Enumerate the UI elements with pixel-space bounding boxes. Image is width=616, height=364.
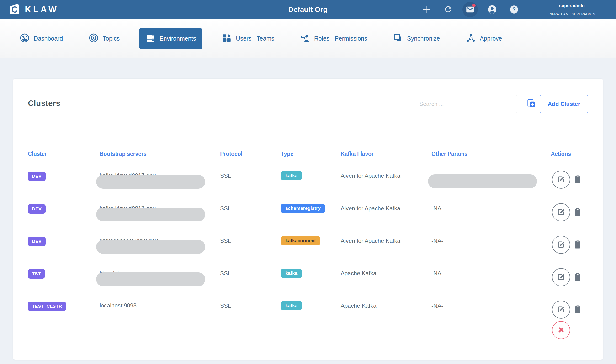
search-input[interactable]: [413, 95, 517, 113]
svg-text:?: ?: [512, 6, 516, 13]
cluster-type-badge: kafka: [281, 301, 302, 310]
tab-environments[interactable]: Environments: [139, 28, 202, 49]
edit-cluster-button[interactable]: [552, 236, 570, 254]
username: superadmin: [535, 3, 609, 8]
clusters-table-body: DEV kafka-klaw-d0017-dev sandbox.aivencl…: [28, 164, 588, 343]
copy-cluster-button[interactable]: [573, 239, 583, 250]
bootstrap-servers-cell: klaw-tst sandbox.internal:9092: [100, 268, 220, 288]
edit-cluster-button[interactable]: [552, 170, 570, 189]
brand-name: KLAW: [25, 4, 59, 14]
cluster-badge: DEV: [28, 237, 46, 246]
refresh-icon[interactable]: [443, 4, 454, 15]
kafka-flavor-value: Aiven for Apache Kafka: [341, 236, 431, 244]
cluster-badge: TST: [28, 269, 45, 279]
other-params-cell: -NA-: [431, 236, 551, 244]
tab-label: Roles - Permissions: [314, 35, 367, 42]
top-navbar: C KLAW Default Org: [0, 0, 616, 19]
redaction-blob: [96, 208, 205, 221]
cluster-badge: DEV: [28, 171, 46, 181]
tab-roles-permissions[interactable]: Roles - Permissions: [294, 28, 373, 49]
table-row: DEV kafka-klaw-d0017-dev sandbox.aivencl…: [28, 197, 588, 229]
klaw-logo-icon: C: [7, 2, 22, 17]
tab-synchronize[interactable]: Synchronize: [387, 28, 446, 49]
edit-cluster-button[interactable]: [552, 300, 570, 319]
delete-cluster-button[interactable]: [552, 321, 570, 339]
clipboard-icon: [573, 174, 583, 185]
clusters-card: Clusters Add Cluster Cluster: [13, 79, 603, 360]
other-params-cell: -NA-: [431, 203, 551, 212]
clipboard-icon: [573, 272, 583, 283]
edit-cluster-button[interactable]: [552, 203, 570, 221]
mail-icon[interactable]: [465, 4, 476, 15]
column-header-kafka-flavor: Kafka Flavor: [341, 151, 431, 157]
table-row: DEV kafkaconnect-klaw-dev sandbox.aivenc…: [28, 229, 588, 262]
tab-label: Users - Teams: [236, 35, 274, 42]
copy-cluster-button[interactable]: [573, 272, 583, 283]
protocol-value: SSL: [220, 268, 281, 277]
navbar-actions: ?: [421, 4, 520, 15]
copy-cluster-button[interactable]: [573, 174, 583, 185]
tab-label: Environments: [160, 35, 196, 42]
column-header-cluster: Cluster: [28, 151, 100, 157]
bootstrap-servers-cell: kafka-klaw-d0017-dev sandbox.aivencloud.…: [100, 203, 220, 223]
protocol-value: SSL: [220, 170, 281, 179]
tab-label: Approve: [480, 35, 502, 42]
cluster-type-badge: kafka: [281, 269, 302, 278]
column-header-type: Type: [281, 151, 341, 157]
plus-icon[interactable]: [421, 4, 432, 15]
bootstrap-servers-cell: kafkaconnect-klaw-dev sandbox.aivencloud…: [100, 236, 220, 256]
overlap-squares-icon: [393, 33, 403, 44]
other-params-value: -NA-: [431, 238, 551, 244]
edit-pencil-icon: [557, 175, 566, 185]
card-header: Clusters Add Cluster: [28, 79, 588, 113]
table-row: DEV kafka-klaw-d0017-dev sandbox.aivencl…: [28, 164, 588, 197]
redaction-blob: [428, 174, 537, 188]
protocol-value: SSL: [220, 300, 281, 309]
server-stack-icon: [145, 33, 155, 44]
user-icon[interactable]: [487, 4, 498, 15]
column-header-actions: Actions: [551, 151, 588, 157]
hub-icon: [466, 33, 476, 44]
blocks-icon: [222, 33, 232, 44]
protocol-value: SSL: [220, 203, 281, 212]
bootstrap-servers-cell: kafka-klaw-d0017-dev sandbox.aivencloud.…: [100, 170, 220, 191]
cluster-badge: TEST_CLSTR: [28, 301, 66, 311]
brand[interactable]: C KLAW: [7, 2, 59, 17]
bullseye-icon: [89, 33, 99, 44]
edit-pencil-icon: [557, 208, 566, 217]
other-params-cell: -NA-: [431, 300, 551, 309]
edit-cluster-button[interactable]: [552, 268, 570, 286]
other-params-cell: -NA-: [431, 268, 551, 277]
copy-cluster-button[interactable]: [573, 207, 583, 218]
bootstrap-servers-cell: localhost:9093: [100, 300, 220, 311]
copy-cluster-button[interactable]: [573, 304, 583, 315]
tab-approve[interactable]: Approve: [460, 28, 508, 49]
protocol-value: SSL: [220, 236, 281, 244]
svg-text:C: C: [12, 5, 18, 14]
edit-pencil-icon: [557, 240, 566, 250]
tab-topics[interactable]: Topics: [82, 28, 126, 49]
table-row: TST klaw-tst sandbox.internal:9092 SSL k…: [28, 262, 588, 294]
column-header-bootstrap-servers: Bootstrap servers: [100, 151, 220, 157]
main-nav: Dashboard Topics: [0, 19, 616, 58]
org-title: Default Org: [288, 0, 327, 19]
other-params-cell: serviceName=kafka-48a2b1b: [431, 170, 551, 191]
cluster-type-badge: kafka: [281, 171, 302, 180]
tab-users-teams[interactable]: Users - Teams: [216, 28, 281, 49]
tab-dashboard[interactable]: Dashboard: [13, 28, 69, 49]
user-block[interactable]: superadmin INFRATEAM | SUPERADMIN: [535, 3, 609, 16]
table-header-row: Cluster Bootstrap servers Protocol Type …: [28, 138, 588, 164]
add-cluster-button[interactable]: Add Cluster: [540, 95, 588, 113]
add-cluster-icon: [526, 99, 536, 109]
redaction-blob: [96, 273, 205, 286]
notification-dot: [472, 4, 476, 7]
table-row: TEST_CLSTR localhost:9093 SSL kafka Apac…: [28, 294, 588, 343]
help-icon[interactable]: ?: [508, 4, 520, 15]
delete-x-icon: [557, 326, 565, 335]
cluster-type-badge: schemaregistry: [281, 204, 325, 213]
other-params-value: -NA-: [431, 205, 551, 212]
tab-label: Topics: [103, 35, 120, 42]
edit-pencil-icon: [557, 305, 566, 315]
cluster-type-badge: kafkaconnect: [281, 236, 320, 246]
other-params-value: -NA-: [431, 270, 551, 277]
